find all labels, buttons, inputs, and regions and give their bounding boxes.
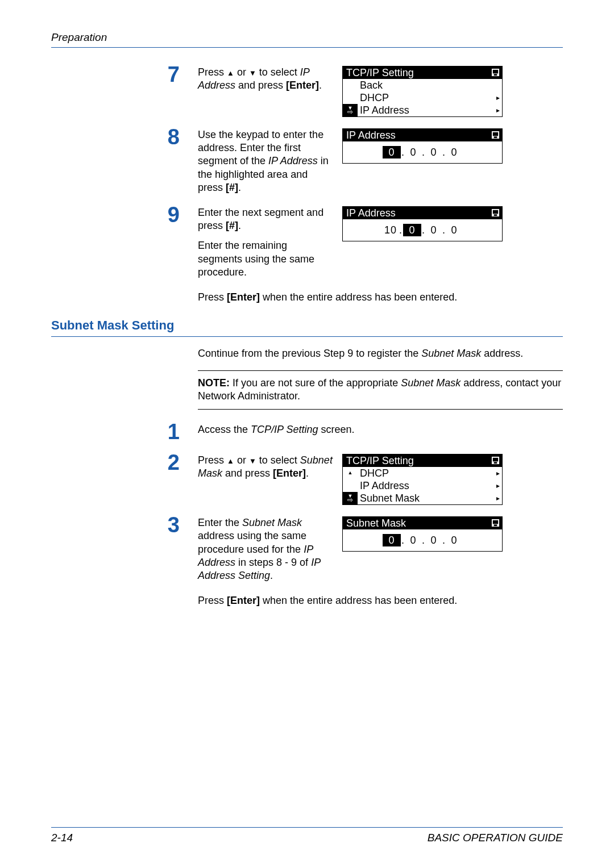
- lcd-menu-row: ▼⇨IP Address▸: [343, 104, 502, 116]
- up-arrow-icon: [227, 454, 234, 466]
- lcd-row-label: IP Address: [358, 104, 494, 116]
- lcd-row-label: Subnet Mask: [358, 492, 494, 504]
- submenu-arrow-icon: ▸: [494, 492, 502, 504]
- svg-rect-10: [493, 458, 498, 462]
- page-footer: 2-14 BASIC OPERATION GUIDE: [51, 827, 563, 845]
- save-icon: [491, 68, 500, 77]
- submenu-arrow-icon: ▸: [494, 91, 502, 104]
- svg-rect-8: [494, 214, 497, 216]
- ip-segment: 0: [405, 146, 421, 158]
- ip-segment: 0: [446, 146, 462, 158]
- step-number: 3: [165, 514, 180, 583]
- ip-segments: 0.0.0.0: [343, 529, 502, 551]
- down-arrow-icon: [249, 66, 256, 78]
- svg-rect-5: [494, 137, 497, 139]
- cursor-column: ▼⇨: [343, 104, 358, 116]
- subnet-step-1-text: Access the TCP/IP Setting screen.: [198, 423, 563, 436]
- ip-segment: 0: [405, 534, 421, 546]
- step-number: 8: [165, 126, 180, 195]
- lcd-title: IP Address: [345, 207, 396, 219]
- submenu-arrow-icon: ▸: [494, 467, 502, 479]
- step-number: 1: [165, 421, 180, 443]
- page: Preparation 7 Press or to select IP Addr…: [0, 0, 614, 868]
- ip-separator: .: [401, 534, 405, 546]
- lcd-menu-row: IP Address▸: [343, 479, 502, 492]
- svg-rect-2: [494, 74, 497, 76]
- ip-separator: .: [421, 534, 426, 546]
- save-icon: [491, 131, 500, 139]
- lcd-ipaddress-1: IP Address 0.0.0.0: [342, 128, 503, 164]
- ip-segment: 10: [383, 224, 399, 236]
- footer-page-number: 2-14: [51, 831, 73, 845]
- ip-segment: 0: [383, 534, 401, 546]
- ip-segment: 0: [383, 146, 401, 158]
- ip-separator: .: [399, 224, 403, 236]
- save-icon: [491, 208, 500, 217]
- section-subnet-title: Subnet Mask Setting: [51, 318, 563, 337]
- step-number: 2: [165, 452, 180, 505]
- cursor-column: ▲: [343, 471, 358, 475]
- lcd-ipaddress-2: IP Address 10.0.0.0: [342, 206, 503, 241]
- cursor-column: ▼⇨: [343, 492, 358, 504]
- step-9-after: Press [Enter] when the entire address ha…: [198, 291, 563, 304]
- svg-rect-7: [493, 210, 498, 214]
- lcd-title: TCP/IP Setting: [345, 454, 414, 467]
- subnet-step-3-after: Press [Enter] when the entire address ha…: [198, 594, 563, 607]
- ip-separator: .: [421, 146, 426, 158]
- lcd-menu-row: Back: [343, 79, 502, 91]
- ip-segment: 0: [426, 534, 442, 546]
- lcd-tcpip-2: TCP/IP Setting ▲DHCP▸IP Address▸▼⇨Subnet…: [342, 454, 503, 505]
- ip-separator: .: [442, 534, 446, 546]
- footer-right: BASIC OPERATION GUIDE: [428, 831, 563, 845]
- ip-separator: .: [421, 224, 426, 236]
- subnet-step-2-text: Press or to select Subnet Mask and press…: [198, 454, 334, 481]
- note-box: NOTE: If you are not sure of the appropr…: [198, 370, 563, 410]
- ip-segment: 0: [426, 224, 442, 236]
- svg-rect-14: [494, 525, 497, 527]
- ip-segment: 0: [403, 224, 421, 236]
- lcd-row-label: DHCP: [358, 467, 494, 479]
- lcd-menu-row: DHCP▸: [343, 91, 502, 104]
- lcd-menu-row: ▼⇨Subnet Mask▸: [343, 492, 502, 504]
- step-9-text: Enter the next segment and press [#]. En…: [198, 206, 334, 279]
- lcd-title: IP Address: [345, 129, 396, 141]
- lcd-title: Subnet Mask: [345, 517, 406, 529]
- ip-segment: 0: [426, 146, 442, 158]
- step-8-text: Use the keypad to enter the address. Ent…: [198, 128, 334, 195]
- subnet-intro: Continue from the previous Step 9 to reg…: [198, 347, 563, 360]
- ip-segments: 10.0.0.0: [343, 219, 502, 241]
- step-number: 7: [165, 64, 180, 117]
- ip-segment: 0: [446, 224, 462, 236]
- ip-separator: .: [442, 224, 446, 236]
- lcd-row-label: IP Address: [358, 479, 494, 492]
- svg-rect-13: [493, 520, 498, 524]
- lcd-row-label: Back: [358, 79, 494, 91]
- lcd-menu-row: ▲DHCP▸: [343, 467, 502, 479]
- lcd-subnet-1: Subnet Mask 0.0.0.0: [342, 516, 503, 552]
- lcd-title: TCP/IP Setting: [345, 66, 414, 79]
- svg-rect-1: [493, 70, 498, 74]
- page-header: Preparation: [51, 31, 563, 48]
- up-arrow-icon: [227, 66, 234, 78]
- svg-rect-4: [493, 132, 498, 136]
- save-icon: [491, 456, 500, 465]
- step-7-text: Press or to select IP Address and press …: [198, 66, 334, 93]
- subnet-step-3-text: Enter the Subnet Mask address using the …: [198, 516, 334, 583]
- ip-segment: 0: [446, 534, 462, 546]
- submenu-arrow-icon: ▸: [494, 104, 502, 116]
- svg-rect-11: [494, 462, 497, 464]
- lcd-tcpip-1: TCP/IP Setting BackDHCP▸▼⇨IP Address▸: [342, 66, 503, 117]
- lcd-row-label: DHCP: [358, 91, 494, 104]
- submenu-arrow-icon: ▸: [494, 479, 502, 492]
- ip-separator: .: [401, 146, 405, 158]
- ip-separator: .: [442, 146, 446, 158]
- down-arrow-icon: [249, 454, 256, 466]
- header-left: Preparation: [51, 31, 107, 45]
- save-icon: [491, 519, 500, 527]
- step-number: 9: [165, 204, 180, 279]
- ip-segments: 0.0.0.0: [343, 141, 502, 163]
